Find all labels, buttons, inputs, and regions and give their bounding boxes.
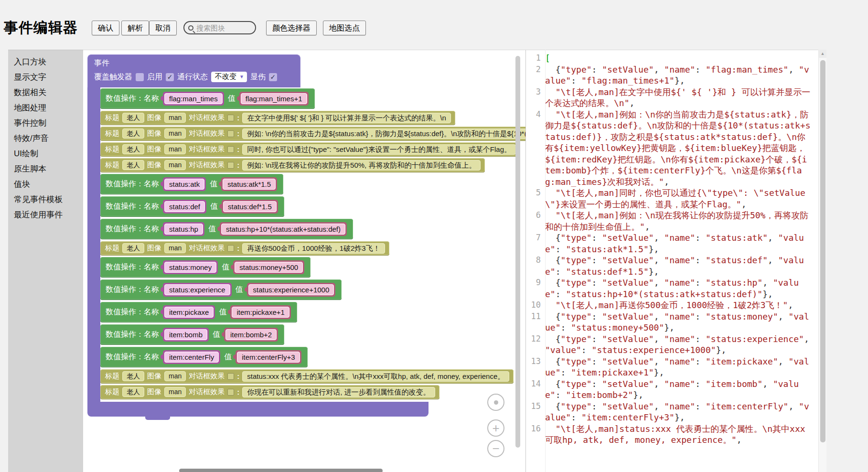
image-field[interactable]: man	[164, 144, 186, 154]
text-block[interactable]: 标题老人图像man对话框效果:status:xxx 代表勇士的某个属性。\n其中…	[100, 369, 514, 383]
name-field[interactable]: status:experience	[164, 284, 230, 295]
sidebar-item-8[interactable]: 原生脚本	[8, 161, 83, 177]
setvalue-block[interactable]: 数值操作：名称item:centerFly值item:centerFly+3	[100, 347, 308, 367]
value-field[interactable]: status:hp+10*(status:atk+status:def)	[221, 224, 345, 235]
speaker-field[interactable]: 老人	[122, 387, 144, 397]
image-field[interactable]: man	[164, 113, 186, 123]
text-block[interactable]: 标题老人图像man对话框效果:再送你500金币，1000经验，1破2炸3飞！	[100, 241, 389, 255]
value-field[interactable]: status:experience+1000	[248, 284, 334, 295]
zoom-out-icon[interactable]: −	[487, 440, 504, 457]
enable-checkbox[interactable]: ✓	[166, 73, 174, 81]
sidebar-item-4[interactable]: 地图处理	[8, 100, 83, 116]
speaker-field[interactable]: 老人	[122, 129, 144, 139]
search-box[interactable]	[183, 21, 256, 34]
sidebar-item-10[interactable]: 常见事件模板	[8, 192, 83, 207]
effect-checkbox[interactable]	[227, 162, 234, 169]
dialog-text-field[interactable]: 同时, 你也可以通过{"type": "setValue"}来设置一个勇士的属性…	[242, 144, 516, 155]
dialog-text-field[interactable]: 在文字中使用${' ${ '}和 } 可以计算并显示一个表达式的结果。\n	[242, 113, 451, 123]
workspace-vertical-scrollbar[interactable]	[515, 56, 520, 448]
code-scrollbar[interactable]: ▲	[818, 50, 826, 472]
pass-status-dropdown[interactable]: 不改变 ▼	[211, 72, 247, 82]
toolbar-button-cancel[interactable]: 取消	[149, 21, 177, 35]
sidebar-item-7[interactable]: UI绘制	[8, 146, 83, 161]
code-text[interactable]: {"type": "setValue", "name": "status:atk…	[545, 232, 811, 255]
code-text[interactable]: "\t[老人,man]例如：\n你的当前攻击力是${status:atk}，防御…	[545, 109, 811, 188]
name-field[interactable]: flag:man_times	[164, 93, 223, 104]
effect-checkbox[interactable]	[227, 245, 234, 252]
code-text[interactable]: {"type": "setValue", "name": "item:cente…	[545, 401, 811, 423]
code-text[interactable]: "\t[老人,man]例如：\n现在我将让你的攻防提升50%，再将攻防和的十倍加…	[545, 210, 811, 232]
blockly-workspace[interactable]: 事件 覆盖触发器 启用 ✓ 通行状态 不改变 ▼ 显伤 ✓ 数值操作：名称fla…	[83, 50, 525, 472]
event-block-header[interactable]: 事件 覆盖触发器 启用 ✓ 通行状态 不改变 ▼ 显伤 ✓	[87, 54, 300, 87]
effect-checkbox[interactable]	[227, 146, 234, 153]
sidebar-item-6[interactable]: 特效/声音	[8, 131, 83, 146]
sidebar-item-9[interactable]: 值块	[8, 177, 83, 192]
zoom-in-icon[interactable]: +	[487, 419, 504, 437]
speaker-field[interactable]: 老人	[122, 144, 144, 154]
sidebar-item-11[interactable]: 最近使用事件	[8, 207, 83, 223]
speaker-field[interactable]: 老人	[122, 243, 144, 253]
damage-checkbox[interactable]: ✓	[269, 73, 277, 81]
setvalue-block[interactable]: 数值操作：名称status:hp值status:hp+10*(status:at…	[100, 219, 353, 239]
code-text[interactable]: {"type": "setValue", "name": "item:picka…	[545, 356, 811, 378]
toolbar-button-confirm[interactable]: 确认	[92, 21, 119, 35]
name-field[interactable]: item:centerFly	[164, 352, 219, 363]
dialog-text-field[interactable]: 例如: \n现在我将让你的攻防提升50%, 再将攻防和的十倍加到生命值上。	[242, 160, 481, 171]
name-field[interactable]: status:atk	[164, 179, 204, 190]
setvalue-block[interactable]: 数值操作：名称flag:man_times值flag:man_times+1	[100, 88, 315, 108]
value-field[interactable]: item:centerFly+3	[237, 352, 300, 363]
dialog-text-field[interactable]: 你现在可以重新和我进行对话, 进一步看到属性值的改变。	[242, 387, 435, 397]
dialog-text-field[interactable]: 例如: \n你的当前攻击力是${status:atk}，防御力是${status…	[242, 129, 525, 139]
dialog-text-field[interactable]: 再送你500金币，1000经验，1破2炸3飞！	[242, 243, 385, 254]
code-text[interactable]: "\t[老人,man]同时，你也可以通过{\"type\": \"setValu…	[545, 187, 811, 210]
setvalue-block[interactable]: 数值操作：名称status:def值status:def*1.5	[100, 196, 284, 216]
effect-checkbox[interactable]	[227, 130, 234, 137]
code-text[interactable]: [	[545, 53, 811, 64]
name-field[interactable]: status:money	[164, 262, 216, 273]
code-text[interactable]: {"type": "setValue", "name": "item:bomb"…	[545, 378, 811, 401]
event-json-editor[interactable]: 1[2 {"type": "setValue", "name": "flag:m…	[525, 50, 818, 472]
search-input[interactable]	[196, 24, 249, 32]
sidebar-item-3[interactable]: 数据相关	[8, 85, 83, 100]
code-scrollbar-thumb[interactable]	[820, 60, 825, 442]
text-block[interactable]: 标题老人图像man对话框效果:例如: \n你的当前攻击力是${status:at…	[100, 127, 525, 140]
text-block[interactable]: 标题老人图像man对话框效果:你现在可以重新和我进行对话, 进一步看到属性值的改…	[100, 385, 439, 399]
code-text[interactable]: "\t[老人,man]status:xxx 代表勇士的某个属性。\n其中xxx可…	[545, 423, 811, 446]
value-field[interactable]: item:bomb+2	[225, 329, 277, 340]
value-field[interactable]: status:atk*1.5	[223, 179, 276, 190]
text-block[interactable]: 标题老人图像man对话框效果:例如: \n现在我将让你的攻防提升50%, 再将攻…	[100, 158, 485, 172]
dialog-text-field[interactable]: status:xxx 代表勇士的某个属性。\n其中xxx可取hp, atk, d…	[242, 371, 509, 382]
name-field[interactable]: status:hp	[164, 224, 203, 235]
speaker-field[interactable]: 老人	[122, 371, 144, 381]
setvalue-block[interactable]: 数值操作：名称item:pickaxe值item:pickaxe+1	[100, 302, 297, 322]
sidebar-item-2[interactable]: 显示文字	[8, 70, 83, 85]
code-text[interactable]: {"type": "setValue", "name": "status:exp…	[545, 333, 811, 356]
image-field[interactable]: man	[164, 160, 186, 170]
setvalue-block[interactable]: 数值操作：名称item:bomb值item:bomb+2	[100, 324, 284, 344]
image-field[interactable]: man	[164, 243, 186, 253]
value-field[interactable]: item:pickaxe+1	[232, 307, 289, 318]
effect-checkbox[interactable]	[227, 373, 234, 380]
toolbar-button-map-point[interactable]: 地图选点	[323, 21, 366, 35]
code-text[interactable]: {"type": "setValue", "name": "status:mon…	[545, 311, 811, 333]
value-field[interactable]: flag:man_times+1	[241, 93, 307, 104]
scroll-up-arrow-icon[interactable]: ▲	[819, 50, 826, 58]
text-block[interactable]: 标题老人图像man对话框效果:同时, 你也可以通过{"type": "setVa…	[100, 142, 520, 156]
effect-checkbox[interactable]	[227, 115, 234, 121]
code-text[interactable]: "\t[老人,man]再送你500金币，1000经验，1破2炸3飞！",	[545, 300, 811, 311]
setvalue-block[interactable]: 数值操作：名称status:atk值status:atk*1.5	[100, 174, 283, 194]
speaker-field[interactable]: 老人	[122, 113, 144, 123]
value-field[interactable]: status:def*1.5	[223, 201, 277, 212]
name-field[interactable]: item:bomb	[164, 329, 207, 340]
speaker-field[interactable]: 老人	[122, 160, 144, 170]
name-field[interactable]: status:def	[164, 201, 205, 212]
sidebar-item-5[interactable]: 事件控制	[8, 116, 83, 131]
trigger-checkbox[interactable]	[136, 73, 144, 81]
workspace-horizontal-scrollbar[interactable]	[179, 469, 383, 472]
sidebar-item-1[interactable]: 入口方块	[8, 54, 83, 70]
code-text[interactable]: "\t[老人,man]在文字中使用${' ${ '}和 } 可以计算并显示一个表…	[545, 86, 811, 109]
code-text[interactable]: {"type": "setValue", "name": "flag:man_t…	[545, 64, 811, 86]
image-field[interactable]: man	[164, 387, 186, 397]
code-text[interactable]: {"type": "setValue", "name": "status:def…	[545, 255, 811, 277]
image-field[interactable]: man	[164, 371, 186, 381]
